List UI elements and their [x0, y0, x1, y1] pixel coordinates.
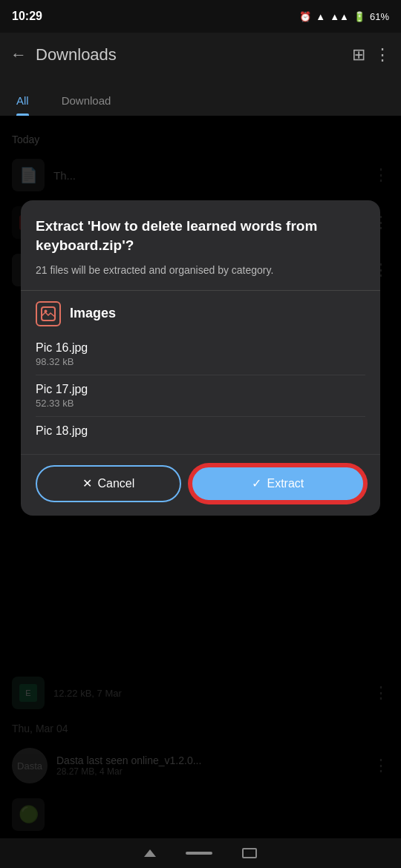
section-name: Images — [70, 306, 116, 321]
cancel-icon: ✕ — [82, 476, 92, 490]
tab-all[interactable]: All — [0, 94, 45, 116]
extract-button[interactable]: ✓ Extract — [190, 465, 365, 502]
tabs-bar: All Download — [0, 77, 401, 116]
nav-bar — [0, 838, 401, 868]
back-button[interactable]: ← — [10, 45, 27, 65]
status-icons: ⏰ ▲ ▲▲ 🔋 61% — [299, 11, 389, 22]
more-options-button[interactable]: ⋮ — [374, 45, 391, 65]
extract-dialog: Extract 'How to delete learned words fro… — [21, 200, 380, 516]
file-size-2: 52.33 kB — [36, 398, 365, 409]
dialog-title: Extract 'How to delete learned words fro… — [36, 217, 365, 254]
cancel-button[interactable]: ✕ Cancel — [36, 465, 181, 502]
images-section-icon — [36, 301, 61, 326]
file-item-1: Pic 16.jpg 98.32 kB — [36, 334, 365, 375]
app-bar: ← Downloads ⊞ ⋮ — [0, 33, 401, 77]
file-name-3: Pic 18.jpg — [36, 424, 365, 438]
dialog-subtitle: 21 files will be extracted and organised… — [36, 263, 365, 278]
wifi-icon: ▲ — [316, 11, 325, 22]
battery-percent: 61% — [370, 11, 389, 22]
grid-view-button[interactable]: ⊞ — [352, 45, 365, 65]
dialog-body: Extract 'How to delete learned words fro… — [21, 200, 380, 278]
back-nav-icon[interactable] — [144, 849, 156, 857]
battery-icon: 🔋 — [353, 11, 365, 22]
alarm-icon: ⏰ — [299, 11, 311, 22]
tab-underline — [16, 114, 29, 116]
dialog-actions: ✕ Cancel ✓ Extract — [21, 454, 380, 516]
section-header: Images — [21, 291, 380, 334]
file-item-2: Pic 17.jpg 52.33 kB — [36, 375, 365, 416]
extract-label: Extract — [267, 477, 304, 490]
file-item-3: Pic 18.jpg — [36, 417, 365, 445]
file-list: Pic 16.jpg 98.32 kB Pic 17.jpg 52.33 kB … — [21, 334, 380, 454]
status-bar: 10:29 ⏰ ▲ ▲▲ 🔋 61% — [0, 0, 401, 33]
status-time: 10:29 — [12, 10, 42, 23]
page-title: Downloads — [36, 45, 343, 65]
file-name-1: Pic 16.jpg — [36, 341, 365, 355]
tab-download[interactable]: Download — [45, 94, 128, 116]
file-size-1: 98.32 kB — [36, 356, 365, 367]
cancel-label: Cancel — [98, 477, 135, 490]
recents-nav-icon[interactable] — [242, 848, 257, 858]
signal-icon: ▲▲ — [330, 11, 349, 22]
home-nav-icon[interactable] — [186, 852, 212, 855]
file-name-2: Pic 17.jpg — [36, 383, 365, 396]
extract-icon: ✓ — [252, 476, 261, 490]
